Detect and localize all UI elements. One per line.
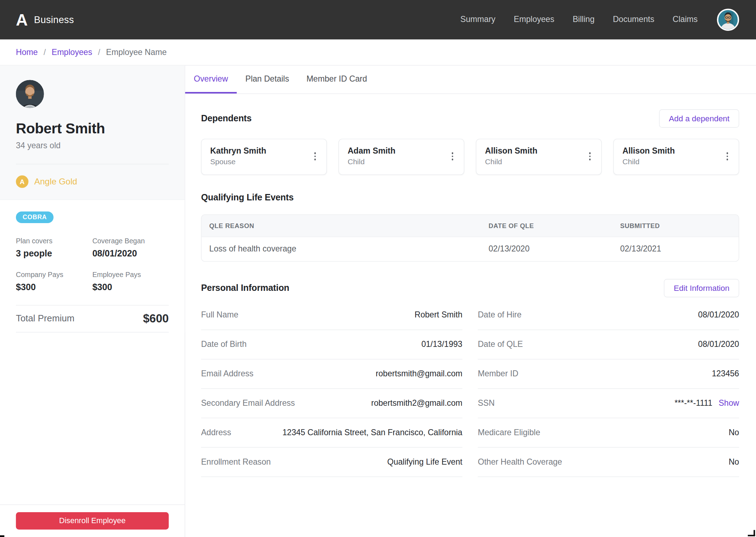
info-value: No — [729, 457, 739, 467]
info-row-address: Address 12345 California Street, San Fra… — [201, 418, 462, 448]
nav-item-claims[interactable]: Claims — [673, 15, 698, 24]
stat-value: $300 — [16, 282, 92, 293]
kebab-menu-icon[interactable] — [724, 146, 730, 166]
employee-sidebar: Robert Smith 34 years old A Angle Gold C… — [0, 66, 185, 537]
info-label: Medicare Eligible — [478, 428, 540, 437]
angle-logo-icon: A — [16, 12, 27, 28]
plan-summary-panel: COBRA Plan covers 3 people Coverage Bega… — [0, 200, 185, 333]
stat-employee-pays: Employee Pays $300 — [92, 271, 169, 292]
personal-info-right-column: Date of Hire 08/01/2020 Date of QLE 08/0… — [478, 301, 739, 477]
qle-column-submitted: SUBMITTED — [612, 215, 739, 237]
info-row-full-name: Full Name Robert Smith — [201, 301, 462, 330]
dependent-relation: Spouse — [210, 157, 266, 166]
info-value: Robert Smith — [415, 310, 462, 320]
info-value: 08/01/2020 — [698, 310, 739, 320]
kebab-menu-icon[interactable] — [450, 146, 455, 166]
corner-mark — [0, 535, 4, 537]
breadcrumb-home[interactable]: Home — [16, 48, 38, 57]
dependent-info: Kathryn Smith Spouse — [210, 146, 266, 166]
qle-table-row: Loss of health coverage 02/13/2020 02/13… — [202, 237, 739, 261]
breadcrumb-employees[interactable]: Employees — [51, 48, 92, 57]
stat-value: $300 — [92, 282, 169, 293]
personal-info-header: Personal Information Edit Information — [201, 279, 739, 298]
info-value: robertsmith@gmail.com — [376, 369, 462, 379]
info-row-secondary-email: Secondary Email Address robertsmith2@gma… — [201, 389, 462, 418]
info-value: 123456 — [712, 369, 739, 379]
employee-summary-panel: Robert Smith 34 years old A Angle Gold — [0, 66, 185, 200]
total-premium-label: Total Premium — [16, 313, 75, 324]
stat-company-pays: Company Pays $300 — [16, 271, 92, 292]
info-value: No — [729, 428, 739, 437]
personal-info-grid: Full Name Robert Smith Date of Birth 01/… — [201, 301, 739, 477]
user-avatar-image — [718, 10, 738, 29]
info-value: 12345 California Street, San Francisco, … — [283, 428, 462, 437]
tab-plan-details[interactable]: Plan Details — [237, 66, 298, 94]
employee-avatar — [16, 80, 44, 108]
plan-badge: A Angle Gold — [16, 164, 169, 199]
dependent-relation: Child — [347, 157, 395, 166]
dependent-relation: Child — [485, 157, 538, 166]
cobra-badge: COBRA — [16, 211, 54, 223]
info-value: Qualifying Life Event — [387, 457, 462, 467]
qle-column-reason: QLE REASON — [202, 215, 481, 237]
nav-item-employees[interactable]: Employees — [514, 15, 554, 24]
info-label: Date of Hire — [478, 310, 521, 320]
qle-table: QLE REASON DATE OF QLE SUBMITTED Loss of… — [201, 214, 739, 261]
info-label: Email Address — [201, 369, 253, 379]
breadcrumb-current: Employee Name — [106, 48, 167, 57]
employee-avatar-image — [16, 80, 44, 108]
employee-name: Robert Smith — [16, 121, 169, 137]
brand[interactable]: A Business — [16, 12, 74, 28]
dependent-info: Allison Smith Child — [623, 146, 675, 166]
breadcrumb-separator: / — [44, 48, 46, 57]
top-nav: A Business Summary Employees Billing Doc… — [0, 0, 756, 39]
stat-value: 3 people — [16, 248, 92, 259]
breadcrumb: Home / Employees / Employee Name — [0, 39, 756, 65]
qle-date-cell: 02/13/2020 — [481, 237, 613, 261]
info-label: Date of Birth — [201, 340, 246, 349]
tab-member-id-card[interactable]: Member ID Card — [298, 66, 376, 94]
stat-label: Company Pays — [16, 271, 92, 278]
kebab-menu-icon[interactable] — [587, 146, 593, 166]
nav-item-summary[interactable]: Summary — [460, 15, 495, 24]
disenroll-employee-button[interactable]: Disenroll Employee — [16, 512, 169, 529]
add-dependent-button[interactable]: Add a dependent — [659, 109, 739, 128]
nav-item-billing[interactable]: Billing — [573, 15, 595, 24]
plan-stats: Plan covers 3 people Coverage Began 08/0… — [16, 237, 169, 292]
stat-plan-covers: Plan covers 3 people — [16, 237, 92, 259]
nav-item-documents[interactable]: Documents — [613, 15, 654, 24]
ssn-show-link[interactable]: Show — [719, 398, 739, 408]
dependent-card: Kathryn Smith Spouse — [201, 139, 327, 175]
tab-bar: Overview Plan Details Member ID Card — [185, 66, 756, 94]
dependent-relation: Child — [623, 157, 675, 166]
dependents-header: Dependents Add a dependent — [201, 109, 739, 128]
corner-mark — [754, 530, 755, 536]
angle-gold-icon: A — [16, 175, 28, 188]
dependent-name: Kathryn Smith — [210, 146, 266, 156]
nav-links: Summary Employees Billing Documents Clai… — [460, 15, 698, 24]
dependents-title: Dependents — [201, 113, 251, 124]
sidebar-footer: Disenroll Employee — [0, 504, 185, 537]
qle-reason-cell: Loss of health coverage — [202, 237, 481, 261]
info-row-date-of-qle: Date of QLE 08/01/2020 — [478, 330, 739, 360]
user-avatar[interactable] — [717, 9, 739, 31]
info-label: Date of QLE — [478, 340, 523, 349]
info-row-enrollment-reason: Enrollment Reason Qualifying Life Event — [201, 448, 462, 477]
stat-label: Coverage Began — [92, 237, 169, 245]
qle-table-header: QLE REASON DATE OF QLE SUBMITTED — [202, 215, 739, 237]
page: A Business Summary Employees Billing Doc… — [0, 0, 756, 537]
dependent-name: Allison Smith — [623, 146, 675, 156]
employee-age: 34 years old — [16, 141, 169, 151]
total-premium-value: $600 — [143, 312, 169, 325]
stat-coverage-began: Coverage Began 08/01/2020 — [92, 237, 169, 259]
stat-label: Plan covers — [16, 237, 92, 245]
kebab-menu-icon[interactable] — [312, 146, 318, 166]
info-value: 08/01/2020 — [698, 340, 739, 349]
dependent-card: Allison Smith Child — [613, 139, 739, 175]
info-row-member-id: Member ID 123456 — [478, 359, 739, 389]
info-row-other-health-coverage: Other Health Coverage No — [478, 448, 739, 477]
ssn-masked-value: ***-**-1111 — [674, 398, 712, 408]
info-label: Full Name — [201, 310, 238, 320]
edit-information-button[interactable]: Edit Information — [664, 279, 739, 298]
tab-overview[interactable]: Overview — [185, 66, 237, 94]
